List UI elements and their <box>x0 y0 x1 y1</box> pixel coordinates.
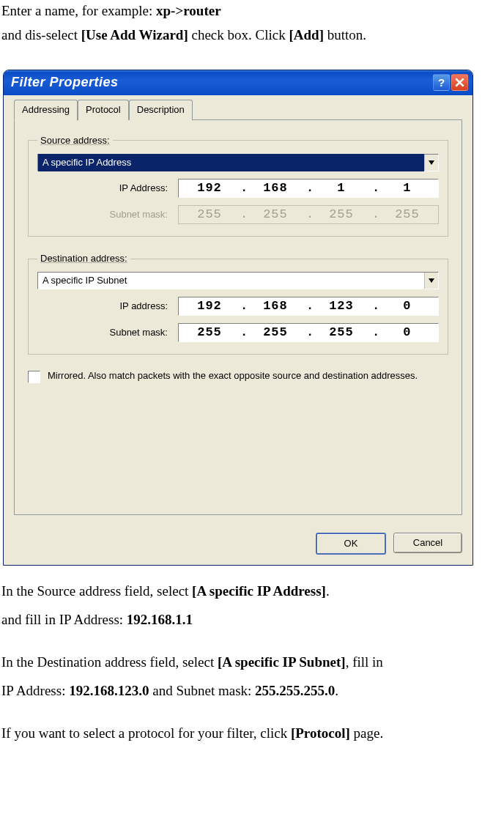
ip-octet[interactable]: 192 <box>184 179 236 198</box>
post-p1c: . <box>326 583 330 599</box>
ip-octet: 255 <box>250 205 302 224</box>
addressing-panel: Source address: A specific IP Address IP… <box>14 119 462 515</box>
destination-mask-input[interactable]: 255. 255. 255. 0 <box>178 323 439 342</box>
post-p1a: In the Source address field, select <box>1 583 192 599</box>
destination-ip-label: IP address: <box>37 299 178 314</box>
tab-protocol[interactable]: Protocol <box>78 100 129 120</box>
intro-line1-text: Enter a name, for example: <box>1 3 156 18</box>
mirrored-label: Mirrored. Also match packets with the ex… <box>48 369 418 382</box>
post-p3c: , fill in <box>346 654 383 670</box>
help-button[interactable]: ? <box>433 74 450 91</box>
ip-octet[interactable]: 255 <box>316 323 368 342</box>
intro-use-add-wizard: [Use Add Wizard] <box>81 27 188 42</box>
chevron-down-icon <box>429 278 434 283</box>
ip-octet[interactable]: 192 <box>184 297 236 316</box>
tab-description[interactable]: Description <box>129 100 193 120</box>
source-mask-input: 255. 255. 255. 255 <box>178 205 439 224</box>
dropdown-arrow[interactable] <box>424 273 438 289</box>
ip-octet: 255 <box>316 205 368 224</box>
dialog-buttons: OK Cancel <box>4 525 472 565</box>
ip-octet[interactable]: 255 <box>184 323 236 342</box>
close-button[interactable] <box>451 74 468 91</box>
tab-addressing[interactable]: Addressing <box>14 100 78 121</box>
ip-octet[interactable]: 168 <box>250 179 302 198</box>
ip-octet[interactable]: 0 <box>382 323 434 342</box>
source-legend: Source address: <box>37 133 113 148</box>
chevron-down-icon <box>429 160 434 165</box>
ip-octet[interactable]: 123 <box>316 297 368 316</box>
intro-text: Enter a name, for example: xp->router an… <box>0 0 504 55</box>
source-type-dropdown[interactable]: A specific IP Address <box>37 154 439 171</box>
post-specific-ip-address: [A specific IP Address] <box>192 583 326 599</box>
tab-strip: Addressing Protocol Description <box>14 103 462 120</box>
filter-properties-dialog: Filter Properties ? Addressing Protocol … <box>3 70 473 566</box>
mirrored-checkbox[interactable] <box>28 371 40 383</box>
source-ip-input[interactable]: 192. 168. 1. 1 <box>178 179 439 198</box>
destination-ip-input[interactable]: 192. 168. 123. 0 <box>178 297 439 316</box>
ok-button[interactable]: OK <box>316 533 386 555</box>
dialog-title: Filter Properties <box>11 73 431 93</box>
destination-type-value: A specific IP Subnet <box>38 272 424 289</box>
ip-octet[interactable]: 168 <box>250 297 302 316</box>
post-p4a: IP Address: <box>1 683 69 698</box>
post-p5a: If you want to select a protocol for you… <box>1 725 291 741</box>
post-instructions: In the Source address field, select [A s… <box>0 580 504 744</box>
ip-octet: 255 <box>184 205 236 224</box>
ip-octet[interactable]: 255 <box>250 323 302 342</box>
source-ip-label: IP Address: <box>37 181 178 196</box>
ip-octet[interactable]: 0 <box>382 297 434 316</box>
post-protocol-ref: [Protocol] <box>291 725 350 741</box>
post-p3a: In the Destination address field, select <box>1 654 218 670</box>
ip-octet[interactable]: 1 <box>316 179 368 198</box>
post-source-ip-value: 192.168.1.1 <box>127 612 193 627</box>
post-dest-mask-value: 255.255.255.0 <box>255 683 335 698</box>
cancel-button[interactable]: Cancel <box>393 533 462 553</box>
intro-line2a: and dis-select <box>1 27 81 42</box>
post-p2a: and fill in IP Address: <box>1 612 127 627</box>
post-p4c: and Subnet mask: <box>149 683 255 698</box>
close-icon <box>455 78 464 87</box>
post-dest-ip-value: 192.168.123.0 <box>69 683 149 698</box>
intro-add-button-ref: [Add] <box>289 27 324 42</box>
dropdown-arrow[interactable] <box>424 155 438 171</box>
post-specific-ip-subnet: [A specific IP Subnet] <box>218 654 346 670</box>
source-address-group: Source address: A specific IP Address IP… <box>28 133 448 237</box>
intro-example-name: xp->router <box>156 3 221 18</box>
titlebar: Filter Properties ? <box>4 70 472 95</box>
intro-line2e: button. <box>324 27 366 42</box>
destination-mask-label: Subnet mask: <box>37 325 178 340</box>
destination-type-dropdown[interactable]: A specific IP Subnet <box>37 272 439 289</box>
post-p5c: page. <box>350 725 383 741</box>
ip-octet[interactable]: 1 <box>382 179 434 198</box>
source-type-value: A specific IP Address <box>38 154 424 171</box>
ip-octet: 255 <box>382 205 434 224</box>
post-p4e: . <box>335 683 338 698</box>
intro-line2c: check box. Click <box>188 27 289 42</box>
source-mask-label: Subnet mask: <box>37 207 178 222</box>
destination-address-group: Destination address: A specific IP Subne… <box>28 251 448 355</box>
destination-legend: Destination address: <box>37 251 130 266</box>
